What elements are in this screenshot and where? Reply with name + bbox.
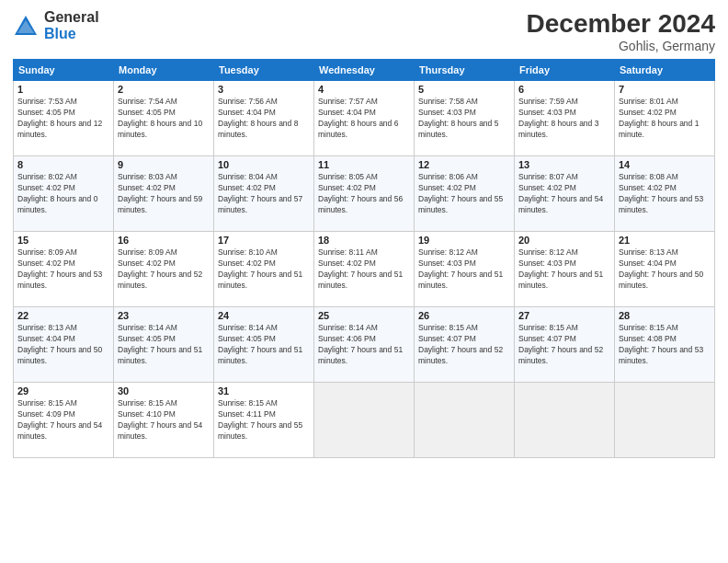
logo-general: General [44, 9, 99, 26]
sunrise-label: Sunrise: 7:59 AM [518, 97, 578, 106]
day-info: Sunrise: 8:15 AM Sunset: 4:07 PM Dayligh… [518, 323, 610, 367]
daylight-label: Daylight: 7 hours and 50 minutes. [17, 345, 102, 365]
logo: General Blue [13, 9, 99, 41]
sunrise-label: Sunrise: 8:15 AM [418, 323, 478, 332]
day-info: Sunrise: 8:09 AM Sunset: 4:02 PM Dayligh… [118, 247, 210, 292]
sunset-label: Sunset: 4:07 PM [518, 334, 576, 343]
day-number: 3 [218, 84, 310, 95]
page: General Blue December 2024 Gohlis, Germa… [0, 0, 728, 563]
day-number: 6 [518, 84, 610, 95]
sunset-label: Sunset: 4:05 PM [218, 334, 276, 343]
sunrise-label: Sunrise: 8:12 AM [518, 247, 578, 257]
sunset-label: Sunset: 4:05 PM [118, 334, 176, 343]
day-number: 19 [418, 235, 510, 246]
sunset-label: Sunset: 4:02 PM [118, 259, 176, 268]
th-monday: Monday [114, 60, 214, 81]
calendar-cell: 11 Sunrise: 8:05 AM Sunset: 4:02 PM Dayl… [314, 156, 415, 232]
sunset-label: Sunset: 4:04 PM [619, 259, 677, 268]
sunset-label: Sunset: 4:08 PM [619, 334, 677, 343]
day-number: 11 [318, 159, 410, 170]
day-number: 12 [418, 159, 510, 170]
day-info: Sunrise: 8:15 AM Sunset: 4:08 PM Dayligh… [619, 323, 711, 367]
header: General Blue December 2024 Gohlis, Germa… [13, 9, 715, 53]
day-info: Sunrise: 8:12 AM Sunset: 4:03 PM Dayligh… [418, 247, 510, 292]
calendar-cell: 26 Sunrise: 8:15 AM Sunset: 4:07 PM Dayl… [415, 307, 515, 383]
sunrise-label: Sunrise: 8:11 AM [318, 247, 378, 257]
daylight-label: Daylight: 8 hours and 12 minutes. [17, 119, 102, 139]
day-number: 30 [118, 385, 210, 396]
day-number: 8 [17, 159, 109, 170]
day-number: 5 [418, 84, 510, 95]
day-number: 9 [118, 159, 210, 170]
sunset-label: Sunset: 4:04 PM [318, 108, 376, 117]
sunset-label: Sunset: 4:02 PM [118, 183, 176, 192]
logo-text: General Blue [44, 9, 99, 41]
sunset-label: Sunset: 4:03 PM [418, 259, 476, 268]
daylight-label: Daylight: 8 hours and 10 minutes. [118, 119, 202, 139]
calendar-cell: 2 Sunrise: 7:54 AM Sunset: 4:05 PM Dayli… [114, 81, 214, 156]
sunrise-label: Sunrise: 8:03 AM [118, 172, 177, 181]
day-info: Sunrise: 8:15 AM Sunset: 4:09 PM Dayligh… [17, 398, 109, 442]
day-info: Sunrise: 8:15 AM Sunset: 4:11 PM Dayligh… [218, 398, 310, 442]
sunrise-label: Sunrise: 8:13 AM [619, 247, 678, 257]
th-saturday: Saturday [615, 60, 715, 81]
sunset-label: Sunset: 4:02 PM [619, 108, 677, 117]
day-info: Sunrise: 8:05 AM Sunset: 4:02 PM Dayligh… [318, 172, 410, 216]
day-number: 25 [318, 310, 410, 321]
th-sunday: Sunday [14, 60, 114, 81]
sunset-label: Sunset: 4:11 PM [218, 409, 276, 419]
day-info: Sunrise: 7:57 AM Sunset: 4:04 PM Dayligh… [318, 97, 410, 141]
daylight-label: Daylight: 7 hours and 57 minutes. [218, 194, 302, 214]
daylight-label: Daylight: 7 hours and 59 minutes. [118, 194, 202, 214]
calendar-table: Sunday Monday Tuesday Wednesday Thursday… [13, 59, 715, 458]
sunset-label: Sunset: 4:02 PM [418, 183, 476, 192]
calendar-cell: 31 Sunrise: 8:15 AM Sunset: 4:11 PM Dayl… [214, 383, 314, 458]
calendar-cell: 23 Sunrise: 8:14 AM Sunset: 4:05 PM Dayl… [114, 307, 214, 383]
sunrise-label: Sunrise: 8:05 AM [318, 172, 378, 181]
daylight-label: Daylight: 7 hours and 51 minutes. [518, 270, 603, 290]
calendar-cell [515, 383, 615, 458]
sunset-label: Sunset: 4:02 PM [518, 183, 576, 192]
daylight-label: Daylight: 7 hours and 53 minutes. [17, 270, 102, 290]
daylight-label: Daylight: 8 hours and 3 minutes. [518, 119, 598, 139]
calendar-week-row: 1 Sunrise: 7:53 AM Sunset: 4:05 PM Dayli… [14, 81, 715, 156]
daylight-label: Daylight: 7 hours and 51 minutes. [318, 345, 403, 365]
month-title: December 2024 [527, 9, 715, 39]
sunrise-label: Sunrise: 7:58 AM [418, 97, 478, 106]
daylight-label: Daylight: 7 hours and 52 minutes. [518, 345, 603, 365]
calendar-week-row: 22 Sunrise: 8:13 AM Sunset: 4:04 PM Dayl… [14, 307, 715, 383]
calendar-cell: 7 Sunrise: 8:01 AM Sunset: 4:02 PM Dayli… [615, 81, 715, 156]
sunrise-label: Sunrise: 8:10 AM [218, 247, 278, 257]
day-number: 21 [619, 235, 711, 246]
daylight-label: Daylight: 7 hours and 55 minutes. [418, 194, 503, 214]
th-thursday: Thursday [415, 60, 515, 81]
day-info: Sunrise: 8:06 AM Sunset: 4:02 PM Dayligh… [418, 172, 510, 216]
location-subtitle: Gohlis, Germany [527, 39, 715, 53]
daylight-label: Daylight: 8 hours and 5 minutes. [418, 119, 498, 139]
day-info: Sunrise: 8:14 AM Sunset: 4:05 PM Dayligh… [218, 323, 310, 367]
title-block: December 2024 Gohlis, Germany [527, 9, 715, 53]
day-number: 17 [218, 235, 310, 246]
sunset-label: Sunset: 4:03 PM [518, 108, 576, 117]
logo-blue: Blue [44, 26, 99, 42]
sunset-label: Sunset: 4:02 PM [17, 183, 75, 192]
day-number: 18 [318, 235, 410, 246]
day-number: 23 [118, 310, 210, 321]
day-info: Sunrise: 8:15 AM Sunset: 4:07 PM Dayligh… [418, 323, 510, 367]
th-friday: Friday [515, 60, 615, 81]
day-info: Sunrise: 7:58 AM Sunset: 4:03 PM Dayligh… [418, 97, 510, 141]
sunset-label: Sunset: 4:02 PM [17, 259, 75, 268]
calendar-cell: 24 Sunrise: 8:14 AM Sunset: 4:05 PM Dayl… [214, 307, 314, 383]
calendar-cell: 4 Sunrise: 7:57 AM Sunset: 4:04 PM Dayli… [314, 81, 415, 156]
calendar-cell [615, 383, 715, 458]
sunset-label: Sunset: 4:02 PM [619, 183, 677, 192]
daylight-label: Daylight: 7 hours and 52 minutes. [418, 345, 503, 365]
logo-icon [13, 13, 39, 39]
day-info: Sunrise: 8:14 AM Sunset: 4:06 PM Dayligh… [318, 323, 410, 367]
daylight-label: Daylight: 8 hours and 0 minutes. [17, 194, 97, 214]
day-number: 26 [418, 310, 510, 321]
daylight-label: Daylight: 7 hours and 54 minutes. [518, 194, 603, 214]
day-info: Sunrise: 8:15 AM Sunset: 4:10 PM Dayligh… [118, 398, 210, 442]
sunset-label: Sunset: 4:04 PM [17, 334, 75, 343]
sunset-label: Sunset: 4:05 PM [17, 108, 75, 117]
